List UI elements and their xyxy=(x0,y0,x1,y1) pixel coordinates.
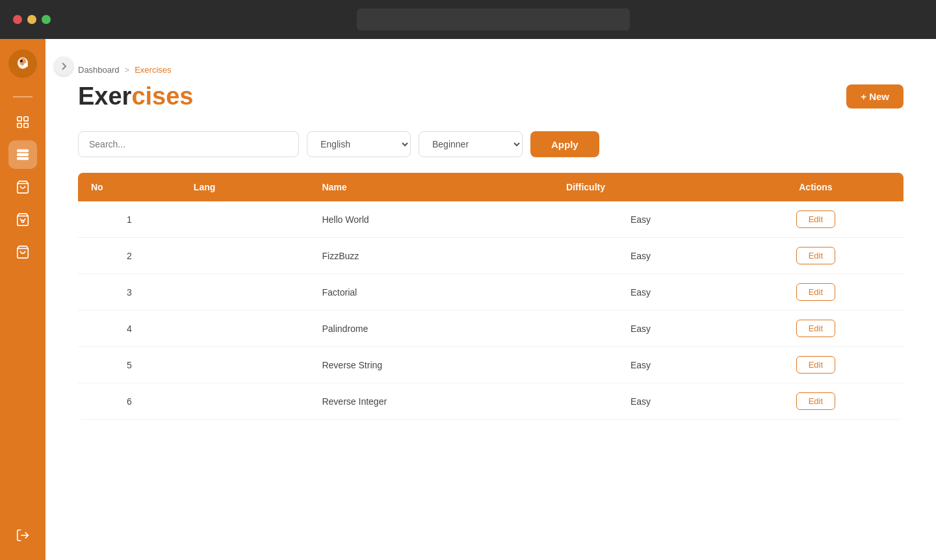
sidebar-item-products[interactable] xyxy=(8,238,37,266)
edit-button-1[interactable]: Edit xyxy=(796,210,835,228)
table-header: No Lang Name Difficulty Actions xyxy=(78,173,904,201)
search-input[interactable] xyxy=(78,131,299,157)
filters-row: English French Spanish Beginner Easy Med… xyxy=(78,131,904,157)
edit-button-3[interactable]: Edit xyxy=(796,283,835,301)
svg-point-2 xyxy=(20,60,23,62)
sidebar-item-shopping[interactable] xyxy=(8,173,37,201)
content-area: Dashboard > Exercises Exercises + New En… xyxy=(46,39,936,560)
cell-actions: Edit xyxy=(728,201,904,238)
svg-rect-6 xyxy=(24,123,28,127)
cell-lang xyxy=(181,274,309,311)
sidebar-item-dashboard[interactable] xyxy=(8,108,37,136)
cell-no: 3 xyxy=(78,274,181,311)
col-difficulty: Difficulty xyxy=(553,173,728,201)
table-row: 6 Reverse Integer Easy Edit xyxy=(78,383,904,420)
cell-actions: Edit xyxy=(728,274,904,311)
table-body: 1 Hello World Easy Edit 2 FizzBuzz Easy … xyxy=(78,201,904,420)
cell-no: 1 xyxy=(78,201,181,238)
cell-difficulty: Easy xyxy=(553,238,728,274)
chevron-right-icon xyxy=(59,62,68,71)
cell-name: Palindrome xyxy=(309,311,553,347)
sidebar-item-exercises[interactable] xyxy=(8,140,37,169)
cell-difficulty: Easy xyxy=(553,347,728,383)
col-lang: Lang xyxy=(181,173,309,201)
cell-lang xyxy=(181,311,309,347)
new-button[interactable]: + New xyxy=(846,84,904,108)
svg-rect-5 xyxy=(18,123,21,127)
cell-difficulty: Easy xyxy=(553,274,728,311)
cell-difficulty: Easy xyxy=(553,201,728,238)
edit-button-2[interactable]: Edit xyxy=(796,247,835,264)
sidebar-expand-button[interactable] xyxy=(55,57,73,75)
cell-name: Reverse Integer xyxy=(309,383,553,420)
close-button[interactable] xyxy=(13,15,22,24)
table: No Lang Name Difficulty Actions 1 Hello … xyxy=(78,173,904,420)
col-name: Name xyxy=(309,173,553,201)
sidebar-item-orders[interactable] xyxy=(8,205,37,234)
cell-lang xyxy=(181,347,309,383)
cell-lang xyxy=(181,201,309,238)
sidebar-item-logout[interactable] xyxy=(8,521,37,550)
sidebar-divider xyxy=(13,96,32,97)
edit-button-5[interactable]: Edit xyxy=(796,356,835,374)
logout-icon xyxy=(16,528,30,542)
breadcrumb-current: Exercises xyxy=(135,65,171,75)
table-row: 2 FizzBuzz Easy Edit xyxy=(78,238,904,274)
cell-no: 2 xyxy=(78,238,181,274)
titlebar-search-bar xyxy=(357,8,630,31)
cell-lang xyxy=(181,383,309,420)
svg-rect-8 xyxy=(18,154,29,156)
cell-actions: Edit xyxy=(728,238,904,274)
minimize-button[interactable] xyxy=(27,15,36,24)
sidebar xyxy=(0,39,46,560)
sidebar-logo[interactable] xyxy=(8,49,37,78)
table-row: 4 Palindrome Easy Edit xyxy=(78,311,904,347)
edit-button-6[interactable]: Edit xyxy=(796,392,835,410)
cell-name: Hello World xyxy=(309,201,553,238)
page-header: Exercises + New xyxy=(78,83,904,110)
cell-lang xyxy=(181,238,309,274)
grid-icon xyxy=(16,115,30,129)
table-row: 3 Factorial Easy Edit xyxy=(78,274,904,311)
col-actions: Actions xyxy=(728,173,904,201)
bag2-icon xyxy=(16,212,30,227)
table-row: 5 Reverse String Easy Edit xyxy=(78,347,904,383)
breadcrumb-home[interactable]: Dashboard xyxy=(78,65,120,75)
cell-name: Reverse String xyxy=(309,347,553,383)
traffic-lights xyxy=(13,15,51,24)
edit-button-4[interactable]: Edit xyxy=(796,320,835,337)
page-title-accent: cises xyxy=(131,83,193,110)
bag-icon xyxy=(16,180,30,194)
page-title: Exercises xyxy=(78,83,194,110)
svg-rect-3 xyxy=(18,117,21,121)
titlebar xyxy=(0,0,936,39)
difficulty-select[interactable]: Beginner Easy Medium Hard xyxy=(419,131,523,157)
language-select[interactable]: English French Spanish xyxy=(307,131,411,157)
table-header-row: No Lang Name Difficulty Actions xyxy=(78,173,904,201)
cell-name: FizzBuzz xyxy=(309,238,553,274)
cell-actions: Edit xyxy=(728,311,904,347)
col-no: No xyxy=(78,173,181,201)
maximize-button[interactable] xyxy=(42,15,51,24)
sidebar-bottom xyxy=(8,521,37,550)
cell-actions: Edit xyxy=(728,383,904,420)
list-icon xyxy=(16,147,30,162)
breadcrumb: Dashboard > Exercises xyxy=(78,65,904,75)
svg-rect-9 xyxy=(18,158,29,160)
bag3-icon xyxy=(16,245,30,259)
page-title-text: Exer xyxy=(78,83,131,110)
sidebar-nav xyxy=(0,108,46,266)
cell-no: 6 xyxy=(78,383,181,420)
cell-no: 4 xyxy=(78,311,181,347)
cell-name: Factorial xyxy=(309,274,553,311)
apply-button[interactable]: Apply xyxy=(530,131,599,157)
cell-difficulty: Easy xyxy=(553,383,728,420)
breadcrumb-separator: > xyxy=(125,65,130,75)
svg-rect-7 xyxy=(18,150,29,152)
table-row: 1 Hello World Easy Edit xyxy=(78,201,904,238)
exercises-table: No Lang Name Difficulty Actions 1 Hello … xyxy=(78,173,904,420)
svg-rect-4 xyxy=(24,117,28,121)
cell-actions: Edit xyxy=(728,347,904,383)
svg-point-12 xyxy=(21,220,24,223)
main-area: Dashboard > Exercises Exercises + New En… xyxy=(0,39,936,560)
